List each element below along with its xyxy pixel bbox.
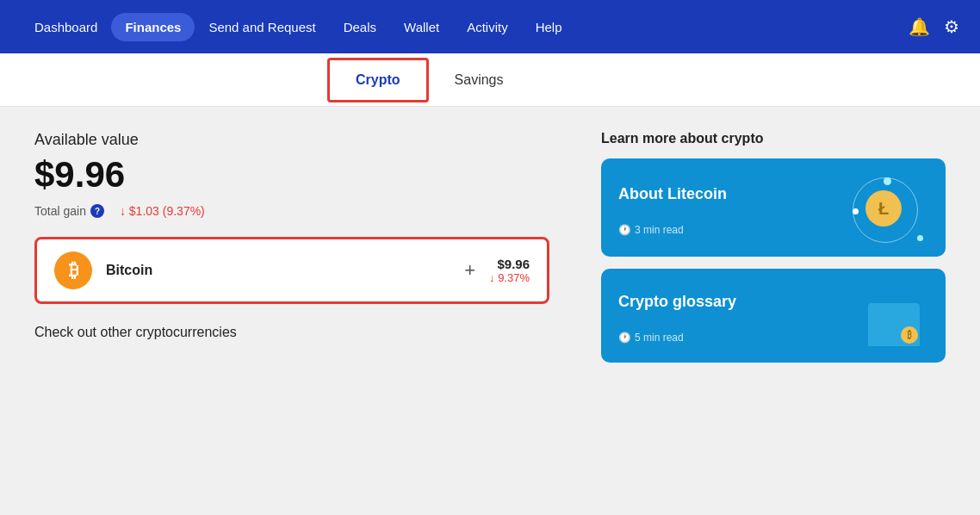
bitcoin-price: $9.96 [489,257,530,271]
bitcoin-icon: ₿ [54,251,92,289]
book-illustration: ₿ [859,286,928,351]
gear-icon[interactable]: ⚙ [944,16,959,37]
nav-send-request[interactable]: Send and Request [195,13,329,41]
book-coin: ₿ [901,326,918,344]
sub-nav: Crypto Savings [0,53,980,107]
bitcoin-name: Bitcoin [106,263,450,278]
total-gain-text: Total gain [34,204,86,218]
litecoin-card-left: About Litecoin 🕐 3 min read [618,185,727,236]
available-value: $9.96 [34,154,549,195]
nav-activity[interactable]: Activity [453,13,522,41]
available-label: Available value [34,131,549,149]
nav-dashboard[interactable]: Dashboard [21,13,111,41]
litecoin-card[interactable]: About Litecoin 🕐 3 min read Ł [601,158,946,257]
clock-icon-2: 🕐 [618,332,631,344]
nav-finances[interactable]: Finances [111,13,195,41]
litecoin-read-time: 3 min read [635,224,684,236]
clock-icon: 🕐 [618,224,631,236]
learn-label: Learn more about crypto [601,131,946,146]
left-panel: Available value $9.96 Total gain ? ↓ $1.… [34,131,549,491]
glossary-card[interactable]: Crypto glossary 🕐 5 min read ₿ [601,269,946,363]
nav-wallet[interactable]: Wallet [390,13,453,41]
info-icon[interactable]: ? [90,204,104,218]
glossary-read-time: 5 min read [635,332,684,344]
litecoin-card-meta: 🕐 3 min read [618,224,727,236]
total-gain-row: Total gain ? ↓ $1.03 (9.37%) [34,204,549,218]
gain-amount: ↓ $1.03 (9.37%) [120,204,205,218]
main-content: Available value $9.96 Total gain ? ↓ $1.… [0,107,980,515]
check-other-label: Check out other cryptocurrencies [34,325,549,340]
navbar: Dashboard Finances Send and Request Deal… [0,0,980,53]
bitcoin-change: ↓ 9.37% [489,271,530,284]
tab-crypto[interactable]: Crypto [327,58,429,102]
glossary-card-meta: 🕐 5 min read [618,332,736,344]
nav-help[interactable]: Help [522,13,576,41]
glossary-card-title: Crypto glossary [618,293,736,311]
gain-label: Total gain ? [34,204,104,218]
bitcoin-values: $9.96 ↓ 9.37% [489,257,530,284]
add-crypto-button[interactable]: + [464,259,475,282]
bitcoin-card[interactable]: ₿ Bitcoin + $9.96 ↓ 9.37% [34,237,549,304]
nav-deals[interactable]: Deals [330,13,390,41]
tab-savings[interactable]: Savings [429,60,530,100]
glossary-card-left: Crypto glossary 🕐 5 min read [618,293,736,344]
litecoin-coin: Ł [865,190,902,226]
litecoin-card-title: About Litecoin [618,185,727,203]
bell-icon[interactable]: 🔔 [909,16,930,37]
right-panel: Learn more about crypto About Litecoin 🕐… [601,131,946,491]
litecoin-illustration: Ł [851,176,928,245]
